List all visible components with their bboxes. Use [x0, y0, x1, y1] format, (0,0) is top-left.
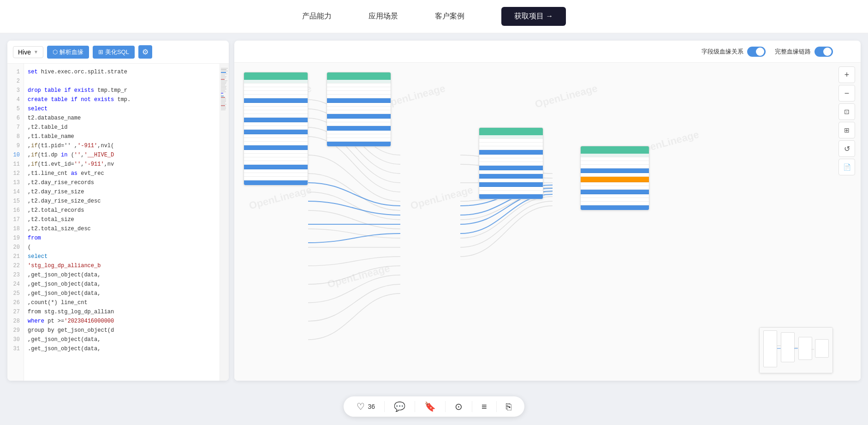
code-line: ,if(t1.dp in ('','__HIVE_D — [28, 150, 220, 160]
code-line: ,t2.total_records — [28, 206, 220, 215]
code-line: ,t2.day_rise_records — [28, 178, 220, 187]
action-divider-1 — [384, 401, 385, 412]
action-divider-3 — [445, 401, 446, 412]
code-line: ,get_json_object(data, — [28, 289, 220, 298]
line-numbers: 1 2 3 4 5 6 7 8 9 10 11 12 13 14 15 16 1… — [7, 64, 24, 381]
grid-button[interactable]: ⊞ — [838, 122, 855, 138]
bottom-bar: ♡ 36 💬 🔖 ⊙ ≡ ⎘ — [0, 388, 868, 425]
settings-button[interactable]: ⚙ — [138, 45, 152, 59]
watermark-6: OpenLineage — [326, 262, 391, 290]
code-body: 1 2 3 4 5 6 7 8 9 10 11 12 13 14 15 16 1… — [7, 64, 229, 381]
code-line: ,t1.table_name — [28, 132, 220, 141]
watermark-2: OpenLineage — [381, 82, 446, 110]
source-table-2[interactable] — [327, 72, 391, 147]
right-tools: + − ⊡ ⊞ ↺ 📄 — [838, 66, 855, 175]
lineage-icon: ⬡ — [53, 48, 58, 55]
bookmark-action[interactable]: 🔖 — [424, 401, 436, 412]
mini-map[interactable] — [759, 327, 833, 373]
code-line: ,if(t1.evt_id='','-911',nv — [28, 160, 220, 169]
code-content[interactable]: set hive.exec.orc.split.strate drop tabl… — [24, 64, 220, 381]
code-line: ,t2.total_size_desc — [28, 224, 220, 233]
code-line: create table if not exists tmp. — [28, 95, 220, 104]
lineage-toolbar: 字段级血缘关系 完整血缘链路 — [234, 41, 861, 63]
beautify-sql-label: 美化SQL — [105, 48, 129, 56]
code-toolbar: Hive ▼ ⬡ 解析血缘 ⊞ 美化SQL ⚙ — [7, 41, 229, 64]
parse-lineage-button[interactable]: ⬡ 解析血缘 — [47, 46, 89, 59]
watermark-4: OpenLineage — [248, 184, 313, 212]
zoom-out-button[interactable]: − — [838, 85, 855, 102]
code-line: ,t2.table_id — [28, 123, 220, 132]
coin-action[interactable]: ⊙ — [455, 401, 463, 412]
full-lineage-toggle-group: 完整血缘链路 — [775, 47, 833, 57]
code-line: ,get_json_object(data, — [28, 335, 220, 344]
source-table-1[interactable] — [244, 72, 308, 186]
comment-action[interactable]: 💬 — [394, 401, 405, 412]
code-line — [28, 77, 220, 86]
nav-cases[interactable]: 客户案例 — [435, 12, 464, 21]
share-action[interactable]: ⎘ — [506, 401, 511, 412]
chevron-down-icon: ▼ — [34, 49, 38, 54]
code-line: .get_json_object(data, — [28, 344, 220, 353]
main-content: Hive ▼ ⬡ 解析血缘 ⊞ 美化SQL ⚙ 1 2 3 4 5 6 7 — [0, 33, 868, 388]
code-line: ,t2.day_rise_size — [28, 187, 220, 197]
navbar: 产品能力 应用场景 客户案例 获取项目 → — [0, 0, 868, 33]
coin-icon: ⊙ — [455, 401, 463, 412]
code-line: ,get_json_object(data, — [28, 270, 220, 280]
zoom-in-button[interactable]: + — [838, 66, 855, 83]
watermark-3: OpenLineage — [534, 82, 599, 110]
like-count: 36 — [368, 403, 375, 410]
nav-product[interactable]: 产品能力 — [302, 12, 332, 21]
code-line: from stg.stg_log_dp_allian — [28, 307, 220, 317]
code-scroll-preview — [220, 64, 229, 381]
cta-button[interactable]: 获取项目 → — [501, 7, 566, 26]
target-table-2[interactable] — [580, 146, 649, 210]
comment-icon: 💬 — [394, 401, 405, 412]
fit-screen-button[interactable]: ⊡ — [838, 103, 855, 120]
action-divider-2 — [415, 401, 415, 412]
sql-type-value: Hive — [18, 48, 31, 56]
nav-scenarios[interactable]: 应用场景 — [369, 12, 398, 21]
code-line: ,t2.total_size — [28, 215, 220, 224]
sql-type-selector[interactable]: Hive ▼ — [13, 46, 43, 58]
code-line: where pt >='20230416000000 — [28, 317, 220, 326]
field-lineage-toggle-group: 字段级血缘关系 — [702, 47, 766, 57]
beautify-icon: ⊞ — [98, 48, 103, 55]
code-line: ,count(*) line_cnt — [28, 298, 220, 307]
toggle-knob-2 — [823, 48, 832, 56]
bookmark-icon: 🔖 — [424, 401, 436, 412]
full-lineage-toggle[interactable] — [814, 47, 833, 57]
target-table-1[interactable] — [479, 127, 543, 199]
parse-lineage-label: 解析血缘 — [59, 48, 83, 56]
code-line: ( — [28, 243, 220, 252]
watermark-5: OpenLineage — [409, 184, 474, 212]
code-line: ,if(t1.pid='' ,'-911',nvl( — [28, 141, 220, 150]
beautify-sql-button[interactable]: ⊞ 美化SQL — [93, 46, 135, 59]
code-line: ,t1.line_cnt as evt_rec — [28, 169, 220, 178]
code-line: 'stg_log_dp_alliance_b — [28, 261, 220, 270]
list-action[interactable]: ≡ — [482, 401, 487, 412]
action-divider-4 — [472, 401, 472, 412]
toggle-knob — [756, 48, 764, 56]
reset-button[interactable]: ↺ — [838, 140, 855, 157]
code-panel: Hive ▼ ⬡ 解析血缘 ⊞ 美化SQL ⚙ 1 2 3 4 5 6 7 — [7, 41, 229, 381]
code-line: ,get_json_object(data, — [28, 280, 220, 289]
action-divider-5 — [496, 401, 497, 412]
list-icon: ≡ — [482, 401, 487, 412]
action-bar: ♡ 36 💬 🔖 ⊙ ≡ ⎘ — [344, 396, 524, 417]
lineage-panel: 字段级血缘关系 完整血缘链路 OpenLineage OpenLineage O… — [234, 41, 861, 381]
code-line: ,t2.day_rise_size_desc — [28, 197, 220, 206]
like-action[interactable]: ♡ 36 — [357, 401, 375, 412]
lineage-canvas[interactable]: OpenLineage OpenLineage OpenLineage Open… — [234, 63, 861, 381]
field-lineage-toggle[interactable] — [747, 47, 766, 57]
code-line: from — [28, 233, 220, 243]
code-line: select — [28, 252, 220, 261]
field-lineage-label: 字段级血缘关系 — [702, 48, 743, 56]
share-icon: ⎘ — [506, 401, 511, 412]
export-button[interactable]: 📄 — [838, 159, 855, 175]
full-lineage-label: 完整血缘链路 — [775, 48, 811, 56]
code-line: drop table if exists tmp.tmp_r — [28, 86, 220, 95]
code-line: select — [28, 104, 220, 114]
heart-icon: ♡ — [357, 401, 365, 412]
code-line: t2.database_name — [28, 114, 220, 123]
code-line: group by get_json_object(d — [28, 326, 220, 335]
